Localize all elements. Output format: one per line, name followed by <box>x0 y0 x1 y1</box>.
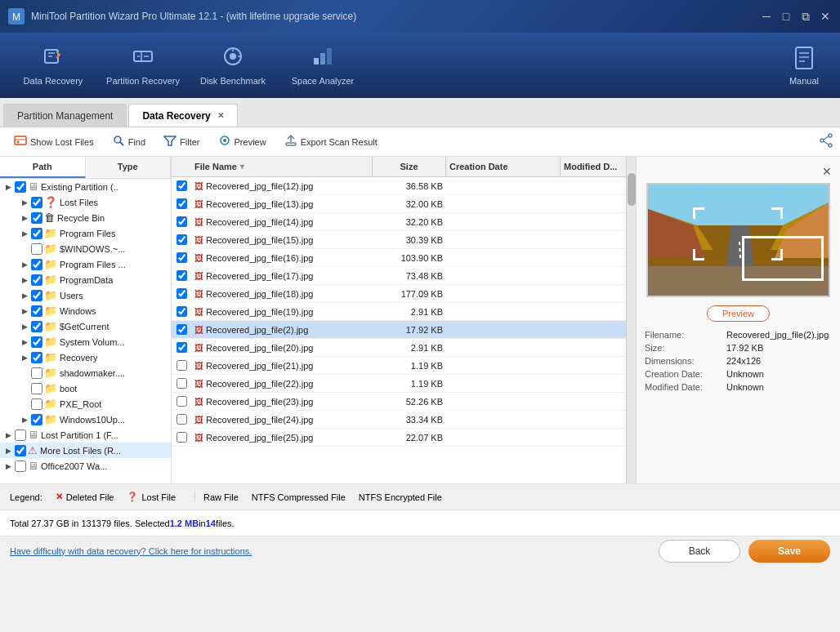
file-checkbox-col[interactable] <box>172 180 191 191</box>
file-checkbox-col[interactable] <box>172 342 191 353</box>
tree-checkbox[interactable] <box>15 429 26 441</box>
list-item[interactable]: ▶ 📁 Program Files ... <box>0 256 171 272</box>
tree-checkbox[interactable] <box>31 398 42 410</box>
expand-icon[interactable]: ▶ <box>20 198 29 207</box>
header-size-col[interactable]: Size <box>373 157 446 176</box>
tree-checkbox[interactable] <box>31 321 42 332</box>
file-checkbox-col[interactable] <box>172 306 191 317</box>
file-checkbox-col[interactable] <box>172 324 191 335</box>
list-item[interactable]: ▶ 📁 Windows10Up... <box>0 412 171 427</box>
tab-close-button[interactable]: ✕ <box>217 111 224 120</box>
file-checkbox[interactable] <box>176 432 187 443</box>
list-item[interactable]: ▶ 📁 System Volum... <box>0 334 171 349</box>
expand-icon[interactable]: ▶ <box>3 431 13 439</box>
table-row[interactable]: 🖼Recovered_jpg_file(17).jpg 73.48 KB <box>172 267 626 285</box>
list-item[interactable]: 📁 PXE_Root <box>0 396 171 412</box>
tree-checkbox[interactable] <box>31 367 42 379</box>
tree-checkbox[interactable] <box>31 352 42 363</box>
file-checkbox[interactable] <box>176 378 187 389</box>
show-lost-files-button[interactable]: Show Lost Files <box>7 130 101 154</box>
expand-icon[interactable]: ▶ <box>20 292 29 300</box>
file-checkbox[interactable] <box>176 270 187 281</box>
file-checkbox-col[interactable] <box>172 414 191 425</box>
tree-checkbox[interactable] <box>31 305 42 317</box>
minimize-button[interactable]: ─ <box>760 10 773 23</box>
list-item[interactable]: ▶ 🖥 Lost Partition 1 (F... <box>0 427 171 443</box>
tree-checkbox[interactable] <box>15 461 26 472</box>
file-checkbox-col[interactable] <box>172 288 191 299</box>
list-item[interactable]: ▶ 🗑 Recycle Bin <box>0 210 171 225</box>
scroll-thumb[interactable] <box>628 173 636 206</box>
tree-checkbox[interactable] <box>31 383 42 394</box>
file-checkbox[interactable] <box>176 306 187 317</box>
list-item[interactable]: ▶ 📁 $GetCurrent <box>0 318 171 334</box>
file-checkbox-col[interactable] <box>172 198 191 209</box>
table-row[interactable]: 🖼Recovered_jpg_file(25).jpg 22.07 KB <box>172 429 626 447</box>
preview-action-button[interactable]: Preview <box>707 305 770 322</box>
file-checkbox[interactable] <box>176 234 187 245</box>
expand-icon[interactable]: ▶ <box>20 307 29 315</box>
file-checkbox-col[interactable] <box>172 270 191 281</box>
list-item[interactable]: ▶ 📁 ProgramData <box>0 272 171 287</box>
tree-checkbox[interactable] <box>31 290 42 301</box>
file-checkbox-col[interactable] <box>172 432 191 443</box>
header-name-col[interactable]: File Name ▼ <box>191 157 373 176</box>
file-checkbox-col[interactable] <box>172 234 191 245</box>
tree-checkbox[interactable] <box>15 181 26 193</box>
table-row[interactable]: 🖼Recovered_jpg_file(13).jpg 32.00 KB <box>172 195 626 213</box>
tree-tab-type[interactable]: Type <box>86 157 172 178</box>
tree-checkbox[interactable] <box>31 414 42 425</box>
expand-icon[interactable]: ▶ <box>3 447 13 455</box>
tree-tab-path[interactable]: Path <box>0 157 86 178</box>
list-item[interactable]: ▶ 📁 Windows <box>0 303 171 318</box>
list-item[interactable]: ▶ 🖥 Existing Partition (.. <box>0 179 171 194</box>
tree-checkbox[interactable] <box>31 197 42 208</box>
expand-icon[interactable]: ▶ <box>20 416 29 424</box>
table-row[interactable]: 🖼Recovered_jpg_file(19).jpg 2.91 KB <box>172 303 626 321</box>
list-item[interactable]: ▶ 📁 Recovery <box>0 349 171 365</box>
tree-checkbox[interactable] <box>31 336 42 348</box>
file-checkbox[interactable] <box>176 360 187 371</box>
expand-icon[interactable]: ▶ <box>3 183 13 191</box>
table-row[interactable]: 🖼Recovered_jpg_file(23).jpg 52.26 KB <box>172 393 626 411</box>
table-row[interactable]: 🖼Recovered_jpg_file(2).jpg 17.92 KB <box>172 321 626 339</box>
expand-icon[interactable]: ▶ <box>3 462 13 470</box>
tree-checkbox[interactable] <box>31 259 42 270</box>
preview-close-button[interactable]: ✕ <box>822 165 832 178</box>
nav-partition-recovery[interactable]: Partition Recovery <box>98 37 188 94</box>
table-row[interactable]: 🖼Recovered_jpg_file(12).jpg 36.58 KB <box>172 177 626 195</box>
table-row[interactable]: 🖼Recovered_jpg_file(20).jpg 2.91 KB <box>172 339 626 357</box>
nav-disk-benchmark[interactable]: Disk Benchmark <box>188 37 278 94</box>
export-scan-result-button[interactable]: Export Scan Result <box>277 130 385 154</box>
file-checkbox[interactable] <box>176 342 187 353</box>
file-checkbox-col[interactable] <box>172 216 191 227</box>
close-button[interactable]: ✕ <box>819 10 832 23</box>
expand-icon[interactable]: ▶ <box>20 354 29 362</box>
nav-data-recovery[interactable]: Data Recovery <box>8 37 98 94</box>
list-item[interactable]: ▶ 📁 Program Files <box>0 225 171 241</box>
file-checkbox[interactable] <box>176 216 187 227</box>
tree-checkbox[interactable] <box>15 445 26 456</box>
tree-checkbox[interactable] <box>31 228 42 239</box>
manual-button[interactable]: Manual <box>776 39 832 92</box>
table-row[interactable]: 🖼Recovered_jpg_file(14).jpg 32.20 KB <box>172 213 626 231</box>
tree-checkbox[interactable] <box>31 243 42 255</box>
tree-checkbox[interactable] <box>31 274 42 286</box>
expand-icon[interactable]: ▶ <box>20 260 29 269</box>
list-item[interactable]: 📁 $WINDOWS.~... <box>0 241 171 256</box>
list-item[interactable]: ▶ 📁 Users <box>0 287 171 303</box>
list-item[interactable]: ▶ ❓ Lost Files <box>0 194 171 210</box>
expand-icon[interactable]: ▶ <box>20 276 29 284</box>
header-date-col[interactable]: Creation Date <box>446 157 561 176</box>
list-item[interactable]: 📁 boot <box>0 381 171 396</box>
file-checkbox[interactable] <box>176 414 187 425</box>
maximize-button[interactable]: □ <box>780 10 793 23</box>
file-checkbox[interactable] <box>176 324 187 335</box>
preview-button[interactable]: Preview <box>211 130 274 154</box>
table-row[interactable]: 🖼Recovered_jpg_file(16).jpg 103.90 KB <box>172 249 626 267</box>
nav-space-analyzer[interactable]: Space Analyzer <box>278 37 368 94</box>
file-checkbox[interactable] <box>176 198 187 209</box>
filter-button[interactable]: Filter <box>156 130 207 154</box>
expand-icon[interactable]: ▶ <box>20 214 29 222</box>
share-icon[interactable] <box>819 136 833 150</box>
